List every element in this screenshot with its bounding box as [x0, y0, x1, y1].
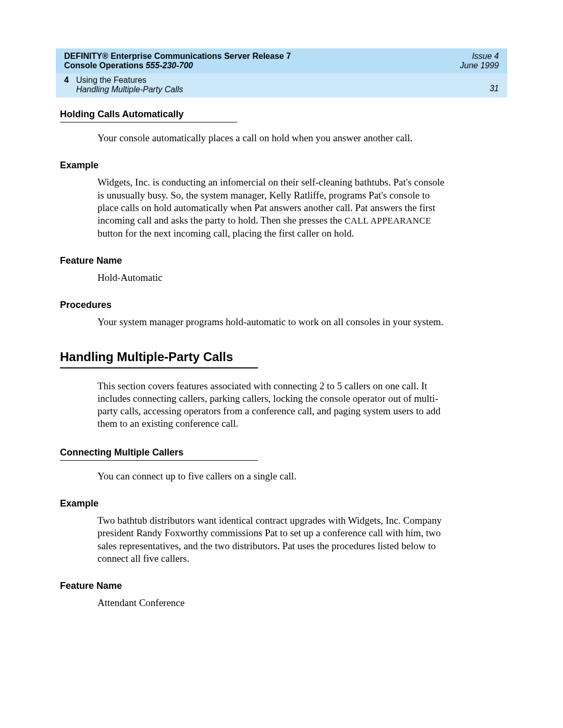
- chapter-title: Using the Features: [76, 76, 183, 85]
- document-page: DEFINITY® Enterprise Communications Serv…: [0, 0, 563, 728]
- connecting-intro: You can connect up to five callers on a …: [97, 470, 447, 483]
- heading-connecting: Connecting Multiple Callers: [60, 447, 258, 460]
- example-body-2: Two bathtub distributors want identical …: [97, 514, 447, 565]
- chapter-number: 4: [64, 76, 69, 94]
- breadcrumb-left: 4 Using the Features Handling Multiple-P…: [64, 76, 183, 94]
- header-row-2: Console Operations 555-230-700 June 1999: [56, 61, 507, 73]
- feature-name-value-1: Hold-Automatic: [97, 272, 447, 284]
- heading-connecting-wrap: Connecting Multiple Callers: [60, 447, 258, 461]
- page-header: DEFINITY® Enterprise Communications Serv…: [56, 48, 507, 97]
- chapter-subtitle: Handling Multiple-Party Calls: [76, 85, 183, 94]
- page-number: 31: [489, 84, 499, 94]
- procedures-label: Procedures: [60, 300, 507, 311]
- doc-number: 555-230-700: [145, 61, 193, 70]
- doc-title-prefix: Console Operations: [64, 61, 145, 70]
- multiparty-intro: This section covers features associated …: [97, 380, 447, 430]
- header-row-1: DEFINITY® Enterprise Communications Serv…: [56, 48, 507, 61]
- page-content: Holding Calls Automatically Your console…: [56, 97, 507, 610]
- example-label-2: Example: [60, 498, 507, 509]
- chapter-lines: Using the Features Handling Multiple-Par…: [76, 76, 183, 94]
- heading-holding-calls: Holding Calls Automatically: [60, 109, 237, 122]
- doc-date: June 1999: [460, 61, 499, 70]
- example-label-1: Example: [60, 160, 507, 171]
- feature-name-label-1: Feature Name: [60, 255, 507, 266]
- example-text-after: button for the next incoming call, placi…: [97, 228, 354, 239]
- doc-title-line-2: Console Operations 555-230-700: [64, 61, 193, 70]
- example-body-1: Widgets, Inc. is conducting an infomerci…: [97, 176, 447, 240]
- doc-title-line-1: DEFINITY® Enterprise Communications Serv…: [64, 52, 291, 61]
- feature-name-label-2: Feature Name: [60, 581, 507, 591]
- feature-name-value-2: Attendant Conference: [97, 597, 447, 609]
- heading-multiparty: Handling Multiple-Party Calls: [60, 350, 258, 367]
- procedures-body: Your system manager programs hold-automa…: [97, 316, 447, 328]
- heading-holding-calls-wrap: Holding Calls Automatically: [60, 109, 237, 122]
- holding-calls-intro: Your console automatically places a call…: [97, 132, 447, 144]
- header-breadcrumb: 4 Using the Features Handling Multiple-P…: [56, 73, 507, 97]
- call-appearance-button-label: CALL APPEARANCE: [345, 216, 431, 226]
- heading-multiparty-wrap: Handling Multiple-Party Calls: [60, 350, 258, 368]
- doc-issue: Issue 4: [472, 52, 499, 61]
